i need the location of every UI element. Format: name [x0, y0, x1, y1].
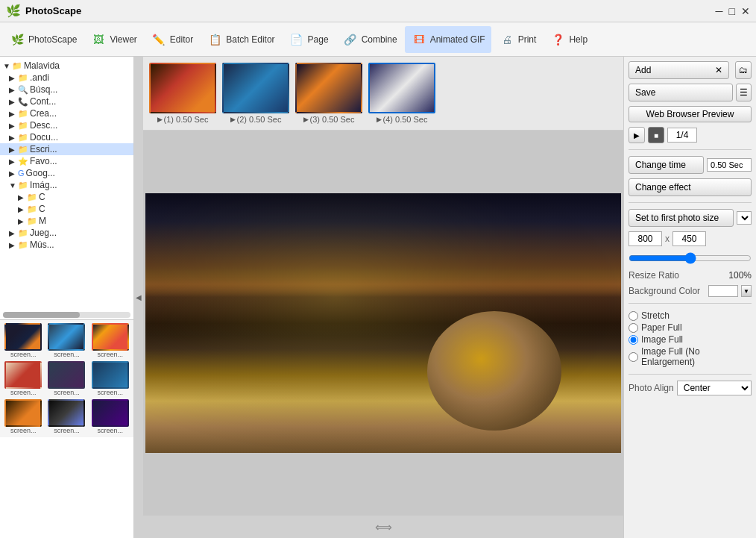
radio-paper-full[interactable]: Paper Full	[629, 322, 752, 334]
set-size-button[interactable]: Set to first photo size	[629, 209, 734, 227]
thumbnail-label: screen...	[10, 351, 37, 358]
tree-root[interactable]: ▼ 📁 Malavida	[0, 60, 133, 72]
tree-item-crea[interactable]: ▶ 📁 Crea...	[0, 107, 133, 119]
toolbar-help[interactable]: ❓ Help	[544, 26, 593, 53]
toolbar-gif[interactable]: 🎞 Animated GIF	[405, 26, 491, 53]
stretch-radio[interactable]	[629, 311, 638, 321]
width-input[interactable]	[629, 231, 662, 246]
sidebar-collapse-button[interactable]: ◀	[134, 57, 143, 538]
frame-item-1[interactable]: ▶ (1) 0.50 Sec	[149, 63, 216, 124]
window-controls[interactable]: ─ □ ✕	[716, 5, 750, 17]
add-save-row: Add ✕ 🗂	[629, 61, 752, 79]
tree-item-c1[interactable]: ▶ 📁 C	[0, 191, 133, 203]
combine-icon: 🔗	[342, 31, 359, 48]
list-item[interactable]: screen...	[90, 399, 130, 434]
thumbnail-label: screen...	[98, 351, 124, 358]
tree-item-mus[interactable]: ▶ 📁 Mús...	[0, 239, 133, 251]
color-swatch[interactable]	[708, 285, 738, 297]
tree-item-goog[interactable]: ▶ G Goog...	[0, 167, 133, 179]
photo-align-row: Photo Align Center Left Right Top Bottom	[629, 381, 752, 395]
sidebar: ▼ 📁 Malavida ▶ 📁 .andi ▶ 🔍 Búsq... ▶ 📞 C…	[0, 57, 134, 538]
play-button[interactable]: ▶	[629, 127, 645, 143]
web-browser-preview-button[interactable]: Web Browser Preview	[629, 106, 752, 122]
tree-item-m[interactable]: ▶ 📁 M	[0, 215, 133, 227]
add-button[interactable]: Add ✕	[629, 61, 729, 79]
tree-item-andi[interactable]: ▶ 📁 .andi	[0, 72, 133, 84]
sidebar-scrollbar[interactable]	[3, 312, 130, 318]
save-full-button[interactable]: Save	[629, 84, 733, 101]
folder-icon: 📁	[18, 121, 28, 131]
tree-item-jueg[interactable]: ▶ 📁 Jueg...	[0, 227, 133, 239]
radio-image-full-no-enlarge[interactable]: Image Full (No Enlargement)	[629, 345, 752, 368]
thumbnail-panel: screen... screen... screen... screen... …	[0, 319, 133, 437]
change-effect-button[interactable]: Change effect	[629, 178, 752, 196]
frame-item-4[interactable]: ▶ (4) 0.50 Sec	[368, 63, 435, 124]
resize-slider[interactable]	[629, 252, 752, 264]
expand-icon: ▶	[9, 169, 18, 178]
list-item[interactable]: screen...	[46, 323, 86, 358]
expand-icon: ▶	[9, 86, 18, 94]
save-button[interactable]: 🗂	[735, 61, 752, 79]
expand-icon: ▶	[9, 122, 18, 130]
tree-item-imag[interactable]: ▼ 📁 Imág...	[0, 179, 133, 191]
chevron-left-icon: ◀	[136, 293, 142, 301]
list-item[interactable]: screen...	[3, 399, 43, 434]
save-icon-button[interactable]: ☰	[736, 84, 752, 101]
change-time-button[interactable]: Change time	[629, 156, 704, 174]
google-icon: G	[18, 169, 25, 178]
title-bar-title: 🌿 PhotoScape	[6, 4, 81, 18]
thumbnail-image	[4, 323, 42, 351]
toolbar-page[interactable]: 📄 Page	[283, 26, 335, 53]
image-full-radio[interactable]	[629, 335, 638, 345]
change-time-row: Change time 0.50 Sec	[629, 156, 752, 174]
frame-image	[222, 63, 289, 113]
toolbar-print[interactable]: 🖨 Print	[493, 26, 543, 53]
toolbar-photoscape[interactable]: 🌿 PhotoScape	[3, 26, 83, 53]
photo-align-select[interactable]: Center Left Right Top Bottom	[677, 381, 752, 395]
tree-item-busq[interactable]: ▶ 🔍 Búsq...	[0, 84, 133, 96]
radio-stretch[interactable]: Stretch	[629, 310, 752, 322]
height-input[interactable]	[672, 231, 706, 246]
list-item[interactable]: screen...	[90, 323, 130, 358]
tree-item-favo[interactable]: ▶ ⭐ Favo...	[0, 155, 133, 167]
toolbar-viewer[interactable]: 🖼 Viewer	[84, 26, 142, 53]
toolbar-combine[interactable]: 🔗 Combine	[336, 26, 403, 53]
play-controls: ▶ ■ 1/4	[629, 127, 752, 143]
frame-item-2[interactable]: ▶ (2) 0.50 Sec	[222, 63, 289, 124]
image-full-no-enlarge-radio[interactable]	[629, 352, 638, 362]
toolbar-batch[interactable]: 📋 Batch Editor	[201, 26, 280, 53]
tree-item-docu[interactable]: ▶ 📁 Docu...	[0, 131, 133, 143]
tree-item-escri[interactable]: ▶ 📁 Escri...	[0, 143, 133, 155]
resize-handle-area: ⟺	[143, 516, 623, 538]
tree-item-desc[interactable]: ▶ 📁 Desc...	[0, 119, 133, 131]
color-dropdown-button[interactable]: ▼	[741, 285, 752, 297]
list-item[interactable]: screen...	[90, 361, 130, 396]
list-item[interactable]: screen...	[3, 361, 43, 396]
tree-item-c2[interactable]: ▶ 📁 C	[0, 203, 133, 215]
minimize-button[interactable]: ─	[716, 5, 723, 17]
color-square-button[interactable]: ■	[648, 127, 664, 143]
save-row: Save ☰	[629, 84, 752, 101]
thumbnail-image	[92, 399, 129, 427]
folder-icon: 📁	[18, 109, 28, 119]
frame-item-3[interactable]: ▶ (3) 0.50 Sec	[295, 63, 362, 124]
folder-icon: 📁	[18, 240, 28, 250]
paper-full-radio[interactable]	[629, 323, 638, 333]
tree-item-cont[interactable]: ▶ 📞 Cont...	[0, 96, 133, 107]
list-item[interactable]: screen...	[46, 361, 86, 396]
close-button[interactable]: ✕	[741, 5, 750, 17]
maximize-button[interactable]: □	[729, 5, 735, 17]
radio-image-full[interactable]: Image Full	[629, 334, 752, 345]
expand-icon: ▶	[9, 157, 18, 166]
file-tree[interactable]: ▼ 📁 Malavida ▶ 📁 .andi ▶ 🔍 Búsq... ▶ 📞 C…	[0, 57, 133, 310]
expand-icon: ▶	[9, 229, 18, 237]
ratio-row: Resize Ratio 100%	[629, 270, 752, 281]
thumbnail-label: screen...	[10, 427, 37, 434]
list-item[interactable]: screen...	[46, 399, 86, 434]
list-item[interactable]: screen...	[3, 323, 43, 358]
play-icon: ▶	[377, 116, 382, 123]
toolbar-editor[interactable]: ✏️ Editor	[145, 26, 199, 53]
preview-image	[145, 193, 621, 453]
play-icon: ▶	[634, 131, 640, 140]
set-size-dropdown[interactable]	[737, 211, 752, 225]
